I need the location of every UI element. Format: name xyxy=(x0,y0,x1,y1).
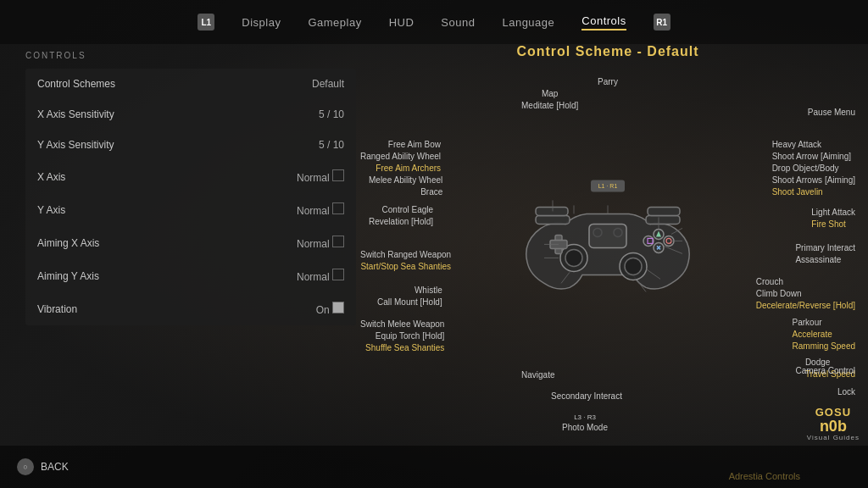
row-label: X Axis xyxy=(25,160,220,193)
watermark-sub: Visual Guides xyxy=(807,434,860,441)
switch-melee-label: Switch Melee Weapon Equip Torch [Hold] S… xyxy=(360,319,444,354)
y-axis-checkbox[interactable] xyxy=(332,202,344,214)
row-x-axis[interactable]: X Axis Normal xyxy=(25,160,356,193)
row-vibration[interactable]: Vibration On xyxy=(25,292,356,325)
camera-control-label: Camera Control xyxy=(795,365,855,377)
pause-menu-label: Pause Menu xyxy=(808,107,855,119)
top-navigation: L1 Display Gameplay HUD Sound Language C… xyxy=(0,0,868,44)
navigate-label: Navigate xyxy=(521,369,554,381)
row-x-axis-sensitivity[interactable]: X Axis Sensitivity 5 / 10 xyxy=(25,99,356,130)
whistle-label: Whistle Call Mount [Hold] xyxy=(377,285,442,308)
row-value: 5 / 10 xyxy=(220,99,356,130)
vibration-checkbox[interactable] xyxy=(332,302,344,313)
row-value: 5 / 10 xyxy=(220,130,356,160)
row-value: Normal xyxy=(220,226,356,259)
row-value: Normal xyxy=(220,160,356,193)
watermark-gosu: GOSU xyxy=(807,406,860,419)
row-aiming-y-axis[interactable]: Aiming Y Axis Normal xyxy=(25,259,356,292)
tab-controls[interactable]: Controls xyxy=(581,14,626,30)
row-control-schemes[interactable]: Control Schemes Default xyxy=(25,69,356,99)
row-label: Vibration xyxy=(25,292,220,325)
settings-table: Control Schemes Default X Axis Sensitivi… xyxy=(25,69,356,325)
controller-svg: L1 · R1 xyxy=(498,173,718,325)
row-value: Default xyxy=(220,69,356,99)
row-value: On xyxy=(220,292,356,325)
left-panel: CONTROLS Control Schemes Default X Axis … xyxy=(25,44,356,446)
free-aim-label: Free Aim Bow Ranged Ability Wheel Free A… xyxy=(360,139,441,175)
svg-point-6 xyxy=(643,236,654,246)
watermark: GOSU n0b Visual Guides xyxy=(807,406,860,441)
tab-hud[interactable]: HUD xyxy=(389,16,415,29)
watermark-nob: n0b xyxy=(807,419,860,434)
right-panel: Control Scheme - Default xyxy=(356,44,860,446)
l1-badge[interactable]: L1 xyxy=(198,14,214,30)
x-axis-checkbox[interactable] xyxy=(332,169,344,181)
diagram-title: Control Scheme - Default xyxy=(356,44,860,59)
parkour-label: Parkour Accelerate Ramming Speed xyxy=(793,317,855,352)
svg-rect-16 xyxy=(536,207,568,215)
switch-ranged-label: Switch Ranged Weapon Start/Stop Sea Shan… xyxy=(360,249,451,273)
circle-button-icon: ○ xyxy=(17,458,34,475)
row-value: Normal xyxy=(220,193,356,226)
r1-badge[interactable]: R1 xyxy=(654,14,670,30)
svg-text:L1 · R1: L1 · R1 xyxy=(598,183,618,189)
control-eagle-label: Control Eagle Revelation [Hold] xyxy=(369,204,433,228)
bottom-bar: ○ BACK xyxy=(0,446,868,488)
row-y-axis-sensitivity[interactable]: Y Axis Sensitivity 5 / 10 xyxy=(25,130,356,160)
row-label: Aiming X Axis xyxy=(25,226,220,259)
row-label: Control Schemes xyxy=(25,69,220,99)
photo-mode-label: L3 · R3 Photo Mode xyxy=(562,413,608,434)
primary-interact-label: Primary Interact Assassinate xyxy=(795,242,855,266)
svg-rect-21 xyxy=(589,224,626,247)
svg-point-3 xyxy=(625,258,642,274)
row-value: Normal xyxy=(220,259,356,292)
section-title: CONTROLS xyxy=(25,51,356,60)
lock-label: Lock xyxy=(837,386,855,398)
svg-rect-17 xyxy=(646,215,680,224)
controller-area: L1 · R1 Map Meditate [Hold] Parry Free A… xyxy=(356,64,860,441)
row-label: X Axis Sensitivity xyxy=(25,99,220,130)
crouch-label: Crouch Climb Down Decelerate/Reverse [Ho… xyxy=(756,276,855,312)
map-label: Map Meditate [Hold] xyxy=(521,88,578,112)
heavy-attack-label: Heavy Attack Shoot Arrow [Aiming] Drop O… xyxy=(772,139,855,198)
row-y-axis[interactable]: Y Axis Normal xyxy=(25,193,356,226)
svg-point-1 xyxy=(565,249,582,266)
aiming-y-checkbox[interactable] xyxy=(332,269,344,280)
tab-language[interactable]: Language xyxy=(502,16,554,29)
melee-ability-label: Melee Ability Wheel Brace xyxy=(369,175,442,198)
row-label: Y Axis xyxy=(25,193,220,226)
svg-rect-15 xyxy=(536,215,570,224)
row-label: Y Axis Sensitivity xyxy=(25,130,220,160)
row-aiming-x-axis[interactable]: Aiming X Axis Normal xyxy=(25,226,356,259)
tab-display[interactable]: Display xyxy=(242,16,281,29)
tab-gameplay[interactable]: Gameplay xyxy=(308,16,361,29)
secondary-interact-label: Secondary Interact xyxy=(551,391,622,402)
parry-label: Parry xyxy=(598,76,618,88)
row-label: Aiming Y Axis xyxy=(25,259,220,292)
svg-rect-18 xyxy=(648,207,680,215)
back-label: BACK xyxy=(41,461,69,473)
aiming-x-checkbox[interactable] xyxy=(332,236,344,247)
light-attack-label: Light Attack Fire Shot xyxy=(811,207,855,230)
tab-sound[interactable]: Sound xyxy=(441,16,475,29)
back-button[interactable]: ○ BACK xyxy=(17,458,69,475)
